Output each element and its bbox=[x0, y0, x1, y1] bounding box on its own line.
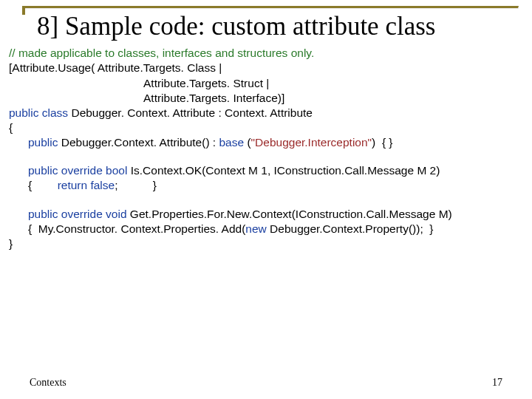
keyword: public override void bbox=[28, 208, 127, 220]
keyword: base bbox=[219, 136, 244, 149]
code-line: public override bool Is.Context.OK(Conte… bbox=[9, 163, 519, 178]
keyword: public bbox=[28, 136, 58, 149]
slide: 8] Sample code: custom attribute class /… bbox=[0, 0, 532, 399]
keyword: new bbox=[245, 222, 266, 235]
code-line: } bbox=[9, 236, 519, 251]
code-text: ( bbox=[244, 136, 250, 149]
blank-line bbox=[9, 150, 519, 163]
code-text: Debugger.Context.Property()); } bbox=[267, 222, 434, 235]
code-line: Attribute.Targets. Interface)] bbox=[9, 91, 519, 106]
page-number: 17 bbox=[492, 377, 502, 389]
code-line: { My.Constructor. Context.Properties. Ad… bbox=[9, 222, 519, 236]
code-line: [Attribute.Usage( Attribute.Targets. Cla… bbox=[9, 61, 519, 75]
code-line: public class Debugger. Context. Attribut… bbox=[9, 106, 519, 120]
footer-left: Contexts bbox=[30, 377, 66, 389]
code-text: ) { } bbox=[372, 136, 392, 149]
code-block: // made applicable to classes, interface… bbox=[9, 46, 519, 251]
code-text: { My.Constructor. Context.Properties. Ad… bbox=[28, 222, 245, 235]
code-text: Debugger.Context. Attribute() : bbox=[58, 136, 219, 149]
title-rule bbox=[22, 6, 519, 9]
keyword: public override bool bbox=[28, 164, 127, 177]
code-text: Is.Context.OK(Context M 1, IConstruction… bbox=[127, 164, 440, 177]
code-text: { bbox=[28, 179, 58, 191]
code-text: Debugger. Context. Attribute : Context. … bbox=[68, 106, 313, 119]
string-literal: "Debugger.Interception" bbox=[251, 136, 372, 149]
slide-title: 8] Sample code: custom attribute class bbox=[37, 12, 519, 41]
title-block: 8] Sample code: custom attribute class bbox=[25, 12, 519, 41]
keyword: public class bbox=[9, 106, 68, 119]
code-comment: // made applicable to classes, interface… bbox=[9, 46, 519, 61]
keyword: return false bbox=[58, 179, 115, 191]
blank-line bbox=[9, 194, 519, 207]
code-text: Get.Properties.For.New.Context(IConstruc… bbox=[127, 208, 452, 220]
code-line: { return false; } bbox=[9, 178, 519, 193]
code-line: public override void Get.Properties.For.… bbox=[9, 207, 519, 222]
title-ornament-tick bbox=[22, 6, 25, 15]
code-text: ; } bbox=[115, 179, 157, 191]
code-line: { bbox=[9, 120, 519, 135]
footer: Contexts 17 bbox=[30, 377, 502, 389]
code-line: public Debugger.Context. Attribute() : b… bbox=[9, 135, 519, 150]
code-line: Attribute.Targets. Struct | bbox=[9, 76, 519, 91]
